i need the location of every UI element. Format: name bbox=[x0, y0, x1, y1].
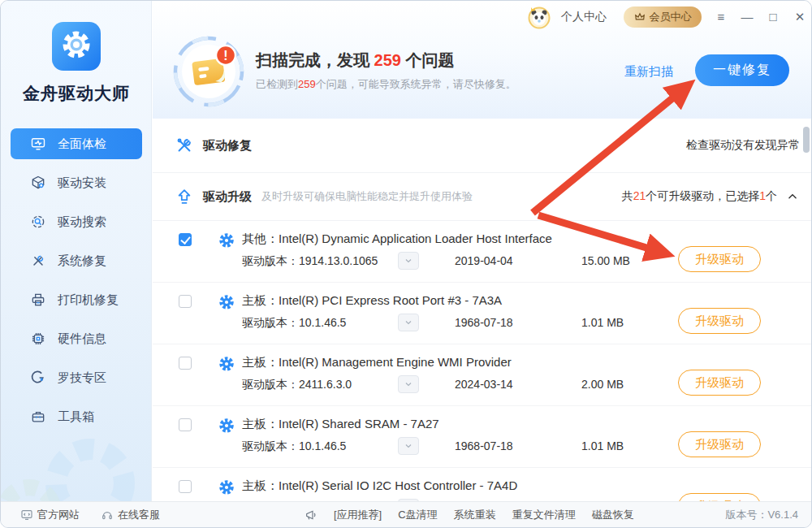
driver-version: 驱动版本：1914.13.0.1065 bbox=[242, 254, 378, 269]
sidebar-item-label: 罗技专区 bbox=[58, 370, 106, 386]
driver-checkbox[interactable] bbox=[179, 418, 192, 431]
maximize-icon[interactable]: □ bbox=[763, 7, 783, 27]
driver-size: 1.01 MB bbox=[581, 439, 624, 452]
driver-row: 其他：Intel(R) Dynamic Application Loader H… bbox=[153, 221, 812, 283]
main-panel: 个人中心 会员中心 ≡ — □ ✕ bbox=[153, 1, 812, 503]
promo-system-reinstall[interactable]: 系统重装 bbox=[454, 508, 496, 522]
driver-row: 主板：Intel(R) Shared SRAM - 7A27 驱动版本：10.1… bbox=[153, 406, 812, 468]
promo-app-recommend[interactable]: [应用推荐] bbox=[334, 508, 382, 522]
profile-center-link[interactable]: 个人中心 bbox=[561, 10, 607, 24]
sidebar-item-printer-repair[interactable]: 打印机修复 bbox=[11, 284, 142, 315]
monitor-icon bbox=[20, 509, 33, 522]
sidebar-item-hardware-info[interactable]: 硬件信息 bbox=[11, 323, 142, 354]
headset-icon bbox=[101, 509, 114, 522]
upgrade-section-label: 驱动升级 bbox=[203, 189, 252, 205]
driver-name: 主板：Intel(R) PCI Express Root Port #3 - 7… bbox=[242, 293, 502, 309]
driver-checkbox[interactable] bbox=[179, 295, 192, 308]
vertical-scrollbar[interactable] bbox=[803, 127, 810, 153]
sidebar-item-system-repair[interactable]: 系统修复 bbox=[11, 245, 142, 276]
toolbox-icon bbox=[30, 409, 46, 425]
sidebar-item-label: 驱动安装 bbox=[58, 175, 106, 191]
driver-row: 主板：Intel(R) Serial IO I2C Host Controlle… bbox=[153, 468, 812, 503]
logitech-g-icon bbox=[30, 370, 46, 386]
online-support-link[interactable]: 在线客服 bbox=[101, 508, 160, 522]
megaphone-icon bbox=[304, 509, 317, 522]
sidebar-item-driver-search[interactable]: 驱动搜索 bbox=[11, 206, 142, 237]
minimize-icon[interactable]: — bbox=[737, 7, 757, 27]
upgrade-driver-button[interactable]: 升级驱动 bbox=[678, 246, 761, 272]
driver-gear-icon bbox=[218, 355, 235, 373]
driver-rows: 其他：Intel(R) Dynamic Application Loader H… bbox=[153, 221, 812, 503]
sidebar-menu: 全面体检 驱动安装 驱动搜索 系统修复 bbox=[1, 128, 152, 440]
driver-repair-section: 驱动修复 检查驱动没有发现异常 bbox=[153, 119, 812, 173]
scan-subtitle: 已检测到259个问题，可能导致系统异常，请尽快修复。 bbox=[256, 77, 516, 92]
sidebar-item-label: 打印机修复 bbox=[58, 292, 119, 308]
driver-name: 主板：Intel(R) Management Engine WMI Provid… bbox=[242, 355, 512, 370]
upgrade-section-subtitle: 及时升级可确保电脑性能稳定并提升使用体验 bbox=[261, 189, 473, 204]
driver-row: 主板：Intel(R) Management Engine WMI Provid… bbox=[153, 344, 812, 406]
upgrade-driver-button[interactable]: 升级驱动 bbox=[678, 431, 761, 457]
driver-name: 主板：Intel(R) Shared SRAM - 7A27 bbox=[242, 417, 439, 432]
sidebar-item-full-checkup[interactable]: 全面体检 bbox=[11, 128, 142, 159]
driver-version: 驱动版本：2411.6.3.0 bbox=[242, 378, 352, 392]
sidebar-item-driver-install[interactable]: 驱动安装 bbox=[11, 167, 142, 198]
version-dropdown[interactable] bbox=[398, 437, 419, 455]
promo-duplicate-clean[interactable]: 重复文件清理 bbox=[512, 508, 576, 522]
official-site-link[interactable]: 官方网站 bbox=[20, 508, 80, 522]
driver-gear-icon bbox=[218, 478, 235, 496]
driver-checkbox[interactable] bbox=[179, 233, 192, 246]
upgrade-driver-button[interactable]: 升级驱动 bbox=[678, 308, 761, 334]
sidebar-item-label: 硬件信息 bbox=[58, 331, 106, 347]
gear-search-icon bbox=[30, 214, 46, 230]
upgrade-driver-button[interactable]: 升级驱动 bbox=[678, 370, 761, 396]
footer-bar: 官方网站 在线客服 [应用推荐] C盘清理 系统重装 重复文件清理 磁盘恢复 版… bbox=[1, 501, 812, 527]
scan-result-icon: ! bbox=[172, 35, 245, 108]
member-center-button[interactable]: 会员中心 bbox=[624, 6, 702, 28]
chevron-down-icon bbox=[404, 256, 413, 266]
chevron-down-icon bbox=[404, 318, 413, 327]
menu-icon[interactable]: ≡ bbox=[711, 7, 731, 27]
chevron-up-icon[interactable] bbox=[787, 191, 798, 202]
promo-c-drive-clean[interactable]: C盘清理 bbox=[398, 508, 437, 522]
driver-version: 驱动版本：10.1.46.5 bbox=[242, 316, 346, 331]
driver-name: 主板：Intel(R) Serial IO I2C Host Controlle… bbox=[242, 478, 517, 494]
upgrade-arrow-icon bbox=[175, 188, 193, 206]
app-name: 金舟驱动大师 bbox=[1, 82, 152, 105]
sidebar-item-label: 全面体检 bbox=[58, 136, 106, 152]
promo-disk-recovery[interactable]: 磁盘恢复 bbox=[592, 508, 634, 522]
driver-date: 1968-07-18 bbox=[455, 439, 513, 452]
chevron-down-icon bbox=[404, 441, 413, 451]
crown-icon bbox=[634, 11, 646, 23]
driver-checkbox[interactable] bbox=[179, 357, 192, 370]
repair-tools-icon bbox=[175, 136, 193, 154]
printer-icon bbox=[30, 292, 46, 308]
user-avatar[interactable] bbox=[526, 4, 552, 30]
version-label: 版本号：V6.1.4 bbox=[725, 508, 798, 522]
driver-date: 2024-03-14 bbox=[455, 378, 513, 391]
chevron-down-icon bbox=[404, 379, 413, 389]
sidebar-item-label: 系统修复 bbox=[58, 253, 106, 269]
version-dropdown[interactable] bbox=[398, 252, 419, 270]
rescan-link[interactable]: 重新扫描 bbox=[624, 64, 673, 80]
driver-checkbox[interactable] bbox=[179, 480, 192, 493]
driver-row: 主板：Intel(R) PCI Express Root Port #3 - 7… bbox=[153, 283, 812, 344]
tools-icon bbox=[30, 253, 46, 269]
box-gear-icon bbox=[30, 175, 46, 191]
version-dropdown[interactable] bbox=[398, 314, 419, 331]
repair-section-label: 驱动修复 bbox=[203, 138, 252, 154]
driver-size: 1.01 MB bbox=[581, 316, 624, 329]
driver-date: 2019-04-04 bbox=[455, 254, 513, 267]
close-icon[interactable]: ✕ bbox=[790, 7, 810, 27]
gear-watermark bbox=[1, 426, 152, 503]
scan-summary-header: 个人中心 会员中心 ≡ — □ ✕ bbox=[153, 1, 812, 119]
driver-upgrade-section: 驱动升级 及时升级可确保电脑性能稳定并提升使用体验 共21个可升级驱动，已选择1… bbox=[153, 173, 812, 221]
driver-version: 驱动版本：10.1.46.5 bbox=[242, 439, 346, 454]
app-logo-icon bbox=[51, 21, 102, 71]
version-dropdown[interactable] bbox=[398, 375, 419, 393]
upgrade-summary: 共21个可升级驱动，已选择1个 bbox=[622, 189, 777, 204]
sidebar-item-logitech-zone[interactable]: 罗技专区 bbox=[11, 362, 142, 393]
fix-all-button[interactable]: 一键修复 bbox=[695, 54, 789, 86]
svg-text:!: ! bbox=[223, 49, 227, 63]
chip-icon bbox=[30, 331, 46, 347]
driver-name: 其他：Intel(R) Dynamic Application Loader H… bbox=[242, 232, 552, 247]
